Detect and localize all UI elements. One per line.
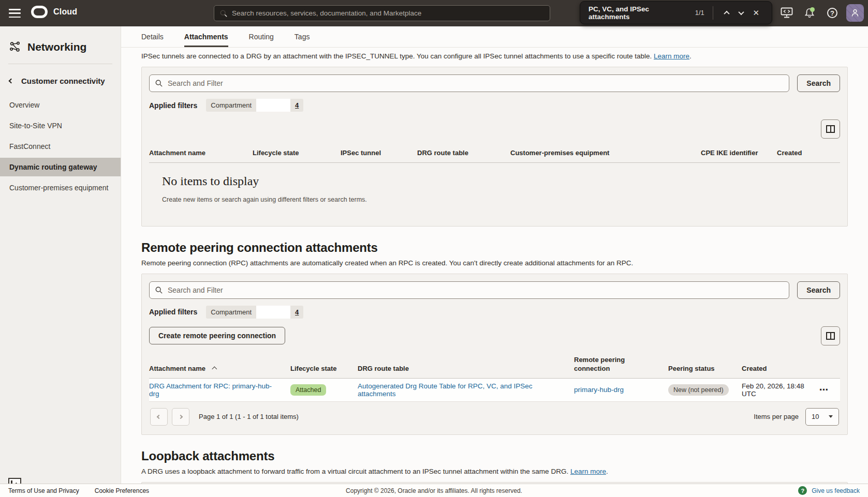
rpc-table-row: DRG Attachment for RPC: primary-hub-drg … (149, 379, 840, 402)
help-icon: ? (827, 8, 837, 18)
brand-name: Cloud (53, 7, 77, 17)
rpc-column-settings-button[interactable] (821, 326, 840, 345)
column-header: DRG route table (358, 365, 574, 373)
person-icon (850, 8, 860, 18)
tab-routing[interactable]: Routing (249, 26, 274, 47)
tab-bar: Details Attachments Routing Tags (121, 26, 868, 48)
ipsec-compartment-filter-chip[interactable]: Compartment 4 (206, 99, 303, 112)
create-remote-peering-connection-button[interactable]: Create remote peering connection (149, 327, 285, 344)
lifecycle-state-badge: Attached (290, 384, 326, 396)
rpc-filter-count-link[interactable]: 4 (290, 308, 303, 316)
global-search-bar[interactable] (214, 5, 550, 21)
loopback-section-description: A DRG uses a loopback attachment to forw… (141, 468, 848, 475)
loopback-section-title: Loopback attachments (141, 449, 848, 463)
feedback-help-icon: ? (798, 486, 807, 495)
main-area: Details Attachments Routing Tags IPSec t… (121, 26, 868, 497)
ipsec-search-button[interactable]: Search (797, 74, 840, 92)
next-page-button[interactable] (172, 408, 189, 426)
column-header: Peering status (668, 365, 742, 373)
oracle-cloud-logo[interactable]: Cloud (31, 6, 77, 18)
user-avatar[interactable] (846, 4, 864, 22)
page-body: Networking Customer connectivity Overvie… (0, 26, 868, 497)
ipsec-search-input[interactable] (168, 79, 783, 87)
cookie-preferences-link[interactable]: Cookie Preferences (95, 487, 149, 494)
drg-route-table-link[interactable]: Autogenerated Drg Route Table for RPC, V… (358, 382, 532, 398)
cloud-shell-icon (781, 7, 793, 19)
empty-state-title: No items to display (162, 174, 827, 188)
attachment-name-link[interactable]: DRG Attachment for RPC: primary-hub-drg (149, 382, 272, 398)
ipsec-applied-filters-label: Applied filters (149, 101, 197, 110)
sidebar-item-overview[interactable]: Overview (0, 96, 121, 114)
tab-tags[interactable]: Tags (295, 26, 310, 47)
redacted-compartment-name (256, 306, 290, 319)
ipsec-table-header: Attachment name Lifecycle state IPSec tu… (149, 143, 840, 163)
column-header: IPSec tunnel (341, 149, 417, 158)
networking-icon (9, 41, 21, 53)
help-button[interactable]: ? (823, 4, 841, 22)
hamburger-menu-icon[interactable] (9, 9, 21, 18)
rpc-section-title: Remote peering connection attachments (141, 240, 848, 255)
oci-console: Cloud PC, VC, and IPSec attachments 1/1 … (0, 0, 868, 497)
created-timestamp: Feb 20, 2026, 18:48 UTC (742, 382, 819, 398)
ipsec-empty-state: No items to display Create new items or … (149, 163, 840, 219)
cloud-shell-button[interactable] (778, 4, 796, 22)
ipsec-learn-more-link[interactable]: Learn more (654, 52, 689, 60)
tab-attachments[interactable]: Attachments (184, 26, 228, 47)
search-icon (220, 10, 227, 17)
tab-details[interactable]: Details (141, 26, 164, 47)
notifications-button[interactable] (801, 4, 818, 22)
sidebar-item-customer-premises-equipment[interactable]: Customer-premises equipment (0, 178, 121, 197)
networking-sidebar: Networking Customer connectivity Overvie… (0, 26, 121, 497)
content-scroll-area: IPSec tunnels are connected to a DRG by … (121, 48, 868, 497)
ipsec-search-filter-field[interactable] (149, 74, 789, 92)
find-close-button[interactable]: ✕ (749, 5, 763, 21)
column-header: Created (742, 365, 819, 373)
loopback-learn-more-link[interactable]: Learn more (570, 468, 606, 475)
top-bar: Cloud PC, VC, and IPSec attachments 1/1 … (0, 0, 868, 26)
peering-status-badge: New (not peered) (668, 384, 729, 396)
topbar-actions: ? (778, 4, 864, 22)
page-footer: Copyright © 2026, Oracle and/or its affi… (0, 484, 868, 497)
items-per-page-select[interactable]: 10 (805, 408, 839, 426)
sort-ascending-icon (212, 366, 217, 371)
column-header: Customer-premises equipment (510, 149, 701, 158)
ipsec-filter-count-link[interactable]: 4 (290, 101, 303, 109)
give-feedback-link[interactable]: Give us feedback (812, 487, 860, 494)
ipsec-intro-text: IPSec tunnels are connected to a DRG by … (141, 52, 848, 60)
sidebar-item-site-to-site-vpn[interactable]: Site-to-Site VPN (0, 116, 121, 135)
column-header-attachment-name[interactable]: Attachment name (149, 365, 290, 373)
rpc-search-button[interactable]: Search (797, 281, 840, 299)
rpc-search-filter-field[interactable] (149, 281, 789, 299)
remote-peering-connection-link[interactable]: primary-hub-drg (574, 386, 624, 394)
column-header: Remote peering connection (574, 356, 668, 373)
rpc-section-description: Remote peering connection (RPC) attachme… (141, 259, 848, 267)
search-icon (155, 80, 163, 87)
rpc-compartment-filter-chip[interactable]: Compartment 4 (206, 306, 303, 319)
sidebar-title-label: Networking (27, 41, 86, 53)
search-icon (155, 287, 163, 294)
previous-page-button[interactable] (150, 408, 168, 426)
sidebar-back-label: Customer connectivity (21, 77, 105, 85)
rpc-attachments-card: Search Applied filters Compartment 4 Cre… (141, 274, 848, 435)
ipsec-attachments-card: Search Applied filters Compartment 4 (141, 67, 848, 227)
find-match-count: 1/1 (695, 9, 704, 17)
global-search-input[interactable] (232, 9, 544, 17)
redacted-compartment-name (256, 99, 290, 112)
terms-link[interactable]: Terms of Use and Privacy (8, 487, 79, 494)
sidebar-item-fastconnect[interactable]: FastConnect (0, 137, 121, 156)
sidebar-title: Networking (0, 26, 121, 63)
sidebar-back-link[interactable]: Customer connectivity (0, 64, 121, 96)
column-header: Attachment name (149, 149, 253, 158)
empty-state-caption: Create new items or search again using d… (162, 196, 827, 203)
find-next-button[interactable] (734, 5, 748, 21)
find-previous-button[interactable] (719, 5, 734, 21)
find-in-page-bar: PC, VC, and IPSec attachments 1/1 ✕ (580, 1, 772, 24)
column-header: DRG route table (417, 149, 510, 158)
sidebar-nav: Overview Site-to-Site VPN FastConnect Dy… (0, 96, 121, 197)
sidebar-item-dynamic-routing-gateway[interactable]: Dynamic routing gateway (0, 158, 121, 176)
pagination-summary: Page 1 of 1 (1 - 1 of 1 total items) (199, 413, 299, 420)
find-query[interactable]: PC, VC, and IPSec attachments (589, 5, 687, 21)
rpc-search-input[interactable] (168, 286, 783, 294)
ipsec-column-settings-button[interactable] (821, 119, 840, 139)
row-actions-menu[interactable]: ⋯ (819, 385, 829, 395)
